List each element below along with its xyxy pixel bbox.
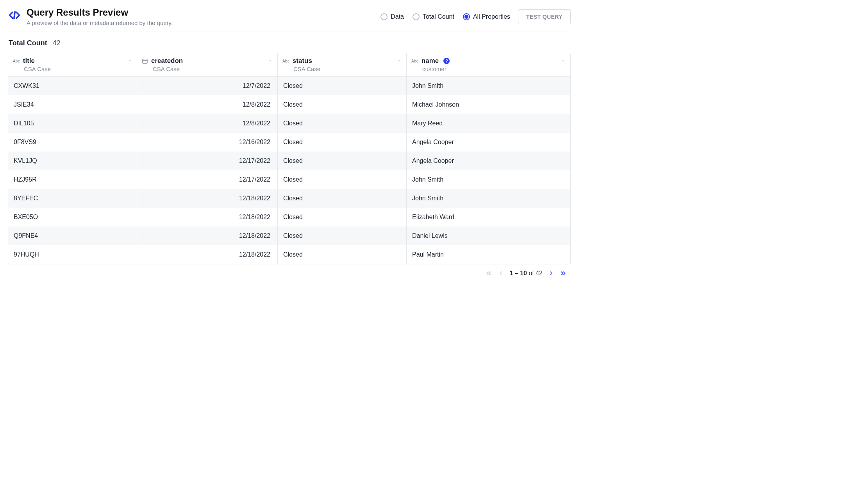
view-mode-radio-data[interactable]: Data: [380, 13, 404, 20]
column-name: createdon: [151, 57, 183, 65]
cell-createdon: 12/18/2022: [137, 208, 278, 227]
radio-label: All Properties: [473, 13, 510, 20]
cell-createdon: 12/16/2022: [137, 133, 278, 152]
table-row[interactable]: Q9FNE412/18/2022ClosedDaniel Lewis: [8, 227, 570, 245]
svg-rect-1: [143, 59, 147, 63]
pagination-range-numbers: 1 – 10: [509, 270, 527, 276]
cell-status: Closed: [278, 227, 407, 245]
cell-name: Angela Cooper: [407, 152, 570, 170]
column-header-createdon[interactable]: createdonCSA Case: [137, 53, 278, 77]
results-table: AbctitleCSA CasecreatedonCSA CaseAbcstat…: [8, 53, 571, 264]
cell-status: Closed: [278, 208, 407, 227]
cell-title: 8YEFEC: [8, 189, 137, 208]
table-body: CXWK3112/7/2022ClosedJohn SmithJSIE3412/…: [8, 77, 570, 264]
table-row[interactable]: DIL10512/8/2022ClosedMary Reed: [8, 114, 570, 133]
cell-name: Mary Reed: [407, 114, 570, 133]
column-sublabel: CSA Case: [24, 66, 132, 72]
table-row[interactable]: 97HUQH12/18/2022ClosedPaul Martin: [8, 245, 570, 264]
cell-title: JSIE34: [8, 95, 137, 114]
table-row[interactable]: CXWK3112/7/2022ClosedJohn Smith: [8, 77, 570, 95]
total-count-row: Total Count 42: [8, 32, 571, 53]
chevron-down-icon[interactable]: [561, 59, 566, 63]
cell-title: CXWK31: [8, 77, 137, 95]
pagination-last-button[interactable]: [560, 270, 567, 277]
view-mode-radio-total-count[interactable]: Total Count: [413, 13, 454, 20]
cell-createdon: 12/18/2022: [137, 189, 278, 208]
cell-name: Angela Cooper: [407, 133, 570, 152]
svg-line-0: [14, 12, 15, 19]
pagination-next-button[interactable]: [548, 270, 554, 276]
table-row[interactable]: JSIE3412/8/2022ClosedMichael Johnson: [8, 95, 570, 114]
column-header-title[interactable]: AbctitleCSA Case: [8, 53, 137, 77]
cell-name: John Smith: [407, 189, 570, 208]
page-subtitle: A preview of the data or metadata return…: [27, 20, 173, 26]
pagination-range: 1 – 10 of 42: [509, 270, 543, 277]
chevron-down-icon[interactable]: [397, 59, 402, 63]
pagination-of-label: of: [529, 270, 534, 276]
radio-icon: [380, 13, 388, 20]
radio-label: Data: [391, 13, 404, 20]
cell-status: Closed: [278, 189, 407, 208]
cell-title: 0F8VS9: [8, 133, 137, 152]
total-count-value: 42: [53, 39, 61, 47]
cell-status: Closed: [278, 245, 407, 264]
radio-label: Total Count: [423, 13, 454, 20]
cell-title: 97HUQH: [8, 245, 137, 264]
column-name: name: [421, 57, 439, 65]
test-query-button[interactable]: TEST QUERY: [518, 9, 571, 24]
column-header-status[interactable]: AbcstatusCSA Case: [278, 53, 407, 77]
table-row[interactable]: KVL1JQ12/17/2022ClosedAngela Cooper: [8, 152, 570, 170]
cell-createdon: 12/8/2022: [137, 114, 278, 133]
text-type-badge: Abc: [13, 59, 20, 63]
pagination-prev-button: [498, 270, 504, 276]
cell-name: Paul Martin: [407, 245, 570, 264]
total-count-label: Total Count: [9, 39, 47, 47]
cell-name: Daniel Lewis: [407, 227, 570, 245]
cell-title: Q9FNE4: [8, 227, 137, 245]
chevron-down-icon[interactable]: [127, 59, 132, 63]
table-header-row: AbctitleCSA CasecreatedonCSA CaseAbcstat…: [8, 53, 570, 77]
cell-name: John Smith: [407, 170, 570, 189]
cell-title: BXE05O: [8, 208, 137, 227]
cell-status: Closed: [278, 95, 407, 114]
table-row[interactable]: 8YEFEC12/18/2022ClosedJohn Smith: [8, 189, 570, 208]
radio-icon: [413, 13, 420, 20]
table-row[interactable]: BXE05O12/18/2022ClosedElizabeth Ward: [8, 208, 570, 227]
cell-title: KVL1JQ: [8, 152, 137, 170]
text-type-badge: Abc: [282, 59, 289, 63]
cell-status: Closed: [278, 77, 407, 95]
cell-name: John Smith: [407, 77, 570, 95]
table-row[interactable]: 0F8VS912/16/2022ClosedAngela Cooper: [8, 133, 570, 152]
pagination: 1 – 10 of 42: [8, 264, 571, 277]
code-icon: [8, 9, 21, 22]
pagination-total: 42: [536, 270, 543, 276]
column-sublabel: CSA Case: [293, 66, 402, 72]
info-icon[interactable]: ?: [443, 58, 450, 64]
cell-status: Closed: [278, 114, 407, 133]
chevron-down-icon[interactable]: [268, 59, 273, 63]
view-mode-radio-group: DataTotal CountAll Properties: [380, 13, 510, 20]
calendar-icon: [142, 58, 148, 64]
column-name: status: [293, 57, 312, 65]
cell-name: Michael Johnson: [407, 95, 570, 114]
table-row[interactable]: HZJ95R12/17/2022ClosedJohn Smith: [8, 170, 570, 189]
page-title: Query Results Preview: [27, 7, 173, 18]
column-sublabel: CSA Case: [153, 66, 273, 72]
column-name: title: [23, 57, 35, 65]
cell-createdon: 12/18/2022: [137, 245, 278, 264]
cell-status: Closed: [278, 170, 407, 189]
cell-title: DIL105: [8, 114, 137, 133]
cell-createdon: 12/17/2022: [137, 170, 278, 189]
column-header-name[interactable]: Abcname?customer: [407, 53, 570, 77]
radio-icon: [463, 13, 470, 20]
cell-createdon: 12/18/2022: [137, 227, 278, 245]
cell-status: Closed: [278, 133, 407, 152]
text-type-badge: Abc: [411, 59, 418, 63]
pagination-first-button: [485, 270, 492, 277]
header: Query Results Preview A preview of the d…: [8, 7, 571, 32]
cell-title: HZJ95R: [8, 170, 137, 189]
cell-createdon: 12/17/2022: [137, 152, 278, 170]
cell-name: Elizabeth Ward: [407, 208, 570, 227]
view-mode-radio-all-properties[interactable]: All Properties: [463, 13, 510, 20]
cell-createdon: 12/7/2022: [137, 77, 278, 95]
